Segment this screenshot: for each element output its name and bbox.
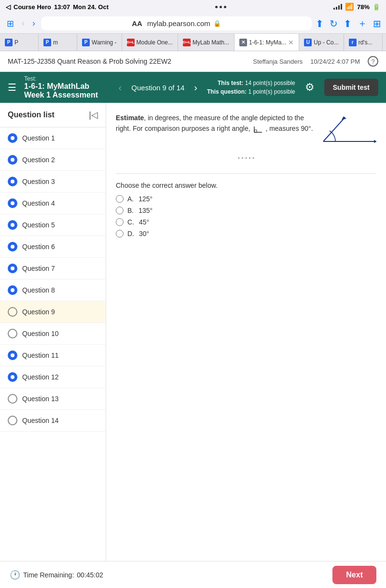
radio-d[interactable] bbox=[116, 230, 124, 238]
next-button[interactable]: Next bbox=[332, 566, 376, 584]
share-btn[interactable]: ⬆ bbox=[316, 17, 324, 30]
q-label-11: Question 11 bbox=[22, 351, 59, 359]
forward-btn[interactable]: › bbox=[30, 17, 37, 29]
add-tab-btn[interactable]: ＋ bbox=[358, 17, 367, 30]
status-dots bbox=[215, 6, 226, 8]
option-b-letter: B. bbox=[127, 207, 134, 214]
test-title-block: Test: 1-6-1: MyMathLab Week 1 Assessment bbox=[24, 75, 109, 99]
sidebar-item-q8[interactable]: Question 8 bbox=[0, 280, 106, 301]
tab-favicon-5: D∞L bbox=[183, 39, 191, 46]
hamburger-menu[interactable]: ☰ bbox=[8, 82, 16, 93]
sidebar-item-q10[interactable]: Question 10 bbox=[0, 323, 106, 345]
url-text: mylab.pearson.com bbox=[147, 19, 210, 28]
angle-svg bbox=[318, 112, 376, 151]
question-list: Question 1Question 2Question 3Question 4… bbox=[0, 127, 106, 432]
sidebar-item-q7[interactable]: Question 7 bbox=[0, 258, 106, 280]
question-points-value: 1 point(s) possible bbox=[248, 88, 295, 95]
sidebar-header: Question list |◁ bbox=[0, 103, 106, 127]
instruction-end: , measures 90°. bbox=[265, 125, 313, 132]
content-area: Estimate, in degrees, the measure of the… bbox=[106, 103, 386, 588]
option-d[interactable]: D. 30° bbox=[116, 230, 376, 238]
sidebar: Question list |◁ Question 1Question 2Que… bbox=[0, 103, 106, 588]
sidebar-item-q9[interactable]: Question 9 bbox=[0, 301, 106, 323]
q-radio-10 bbox=[8, 329, 17, 338]
q-label-4: Question 4 bbox=[22, 199, 55, 207]
sidebar-item-q6[interactable]: Question 6 bbox=[0, 236, 106, 258]
question-nav: ‹ Question 9 of 14 › bbox=[115, 80, 201, 95]
tab-favicon-6: ✕ bbox=[239, 39, 247, 46]
submit-test-btn[interactable]: Submit test bbox=[324, 79, 378, 96]
sidebar-toggle-btn[interactable]: ⊞ bbox=[5, 17, 16, 30]
bottom-bar: 🕐 Time Remaining: 00:45:02 Next bbox=[0, 561, 386, 588]
sidebar-item-q1[interactable]: Question 1 bbox=[0, 127, 106, 149]
tab-7[interactable]: U Up - Co... bbox=[299, 34, 344, 51]
tab-6[interactable]: ✕ 1-6-1: MyMa... ✕ bbox=[234, 34, 299, 51]
sidebar-item-q5[interactable]: Question 5 bbox=[0, 214, 106, 236]
sidebar-item-q4[interactable]: Question 4 bbox=[0, 193, 106, 214]
signal-bar-4 bbox=[341, 4, 342, 10]
help-button[interactable]: ? bbox=[368, 56, 378, 67]
sidebar-item-q3[interactable]: Question 3 bbox=[0, 171, 106, 193]
sidebar-item-q2[interactable]: Question 2 bbox=[0, 149, 106, 171]
page-header: MAT-125-J2358 Quant Reason & Prob Solvin… bbox=[0, 51, 386, 72]
collapse-sidebar-btn[interactable]: |◁ bbox=[89, 110, 98, 120]
tabs-btn[interactable]: ⊞ bbox=[373, 17, 381, 30]
browser-actions: ⬆ ↻ ⬆ ＋ ⊞ bbox=[316, 17, 381, 30]
tab-label-1: P bbox=[14, 39, 18, 46]
tab-2[interactable]: P m bbox=[39, 34, 77, 51]
q-label-2: Question 2 bbox=[22, 156, 55, 164]
divider-line bbox=[116, 173, 376, 174]
tab-label-7: Up - Co... bbox=[314, 39, 338, 46]
radio-a[interactable] bbox=[116, 195, 124, 203]
svg-marker-6 bbox=[342, 116, 346, 120]
option-a-letter: A. bbox=[127, 195, 134, 203]
tab-4[interactable]: D∞L Module One... bbox=[122, 34, 178, 51]
sidebar-item-q14[interactable]: Question 14 bbox=[0, 410, 106, 432]
clock-icon: 🕐 bbox=[10, 570, 20, 580]
test-label: Test: bbox=[24, 75, 109, 82]
q-label-6: Question 6 bbox=[22, 243, 55, 251]
right-angle-symbol bbox=[253, 126, 263, 133]
option-c[interactable]: C. 45° bbox=[116, 218, 376, 226]
q-label-7: Question 7 bbox=[22, 265, 55, 272]
status-bar: ◁ Course Hero 13:07 Mon 24. Oct 📶 78% 🔋 bbox=[0, 0, 386, 14]
radio-c[interactable] bbox=[116, 218, 124, 226]
option-b[interactable]: B. 135° bbox=[116, 207, 376, 214]
sidebar-item-q11[interactable]: Question 11 bbox=[0, 345, 106, 366]
q-label-9: Question 9 bbox=[22, 308, 55, 316]
address-bar[interactable]: AA mylab.pearson.com 🔒 bbox=[41, 16, 312, 30]
course-title: MAT-125-J2358 Quant Reason & Prob Solvin… bbox=[8, 57, 171, 65]
next-question-btn[interactable]: › bbox=[190, 80, 201, 95]
sidebar-item-q13[interactable]: Question 13 bbox=[0, 388, 106, 410]
wifi-icon: 📶 bbox=[345, 2, 354, 11]
tab-3[interactable]: P Warning - bbox=[77, 34, 122, 51]
refresh-btn[interactable]: ↻ bbox=[330, 17, 338, 30]
tab-close-6[interactable]: ✕ bbox=[288, 39, 294, 46]
tab-label-5: MyLab Math... bbox=[193, 39, 229, 46]
q-radio-8 bbox=[8, 285, 17, 295]
tab-5[interactable]: D∞L MyLab Math... bbox=[178, 34, 234, 51]
tab-favicon-3: P bbox=[82, 39, 90, 46]
timer-section: 🕐 Time Remaining: 00:45:02 bbox=[10, 570, 103, 580]
sidebar-item-q12[interactable]: Question 12 bbox=[0, 366, 106, 388]
q-radio-2 bbox=[8, 155, 17, 165]
carrier-name: Course Hero bbox=[14, 3, 51, 11]
back-btn[interactable]: ‹ bbox=[20, 17, 27, 29]
tab-1[interactable]: P P bbox=[0, 34, 39, 51]
q-radio-6 bbox=[8, 242, 17, 252]
option-a[interactable]: A. 125° bbox=[116, 195, 376, 203]
radio-b[interactable] bbox=[116, 207, 124, 214]
tab-favicon-8: r bbox=[349, 39, 357, 46]
share-btn-2[interactable]: ⬆ bbox=[344, 17, 352, 30]
question-points-label: This question: 1 point(s) possible bbox=[207, 87, 295, 96]
tab-favicon-1: P bbox=[5, 39, 13, 46]
q-radio-3 bbox=[8, 177, 17, 186]
q-label-8: Question 8 bbox=[22, 286, 55, 294]
tab-8[interactable]: r rd's... bbox=[344, 34, 383, 51]
settings-button[interactable]: ⚙ bbox=[305, 81, 315, 94]
prev-question-btn[interactable]: ‹ bbox=[115, 80, 126, 95]
tab-favicon-2: P bbox=[43, 39, 51, 46]
test-header: ☰ Test: 1-6-1: MyMathLab Week 1 Assessme… bbox=[0, 72, 386, 103]
angle-word: angle, bbox=[232, 125, 250, 132]
battery-icon: 🔋 bbox=[372, 3, 380, 11]
